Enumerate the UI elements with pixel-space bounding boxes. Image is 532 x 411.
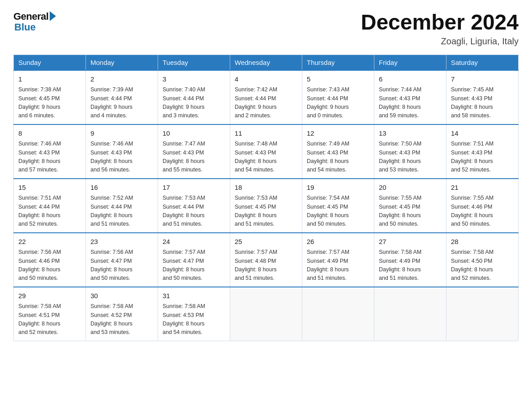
day-number: 25 (235, 237, 297, 247)
day-number: 7 (451, 74, 514, 85)
calendar-day-cell: 2Sunrise: 7:39 AMSunset: 4:44 PMDaylight… (86, 70, 158, 124)
day-info: Sunrise: 7:57 AMSunset: 4:49 PMDaylight:… (307, 248, 369, 283)
day-info: Sunrise: 7:44 AMSunset: 4:43 PMDaylight:… (379, 86, 442, 120)
day-info: Sunrise: 7:38 AMSunset: 4:45 PMDaylight:… (18, 86, 81, 120)
title-section: December 2024 Zoagli, Liguria, Italy (361, 11, 519, 47)
day-number: 4 (235, 74, 297, 85)
day-number: 11 (235, 128, 297, 139)
location-subtitle: Zoagli, Liguria, Italy (361, 36, 519, 47)
day-number: 10 (163, 128, 225, 139)
calendar-day-cell: 15Sunrise: 7:51 AMSunset: 4:44 PMDayligh… (14, 179, 86, 233)
calendar-day-cell: 16Sunrise: 7:52 AMSunset: 4:44 PMDayligh… (86, 179, 158, 233)
calendar-day-cell: 8Sunrise: 7:46 AMSunset: 4:43 PMDaylight… (14, 124, 86, 179)
day-info: Sunrise: 7:56 AMSunset: 4:46 PMDaylight:… (18, 248, 81, 283)
calendar-day-cell: 12Sunrise: 7:49 AMSunset: 4:43 PMDayligh… (302, 124, 374, 179)
day-info: Sunrise: 7:52 AMSunset: 4:44 PMDaylight:… (90, 194, 153, 229)
day-number: 17 (163, 183, 225, 193)
logo-general-text: General (13, 11, 48, 22)
calendar-day-cell: 11Sunrise: 7:48 AMSunset: 4:43 PMDayligh… (230, 124, 302, 179)
logo: General Blue (13, 11, 56, 33)
day-info: Sunrise: 7:50 AMSunset: 4:43 PMDaylight:… (379, 140, 442, 175)
day-info: Sunrise: 7:54 AMSunset: 4:45 PMDaylight:… (307, 194, 369, 229)
calendar-day-cell: 20Sunrise: 7:55 AMSunset: 4:45 PMDayligh… (374, 179, 446, 233)
calendar-day-cell: 25Sunrise: 7:57 AMSunset: 4:48 PMDayligh… (230, 233, 302, 287)
main-title: December 2024 (361, 11, 519, 34)
calendar-day-cell: 26Sunrise: 7:57 AMSunset: 4:49 PMDayligh… (302, 233, 374, 287)
weekday-header-wednesday: Wednesday (230, 55, 302, 70)
calendar-day-cell: 24Sunrise: 7:57 AMSunset: 4:47 PMDayligh… (158, 233, 230, 287)
day-number: 3 (163, 74, 225, 85)
calendar-week-row: 1Sunrise: 7:38 AMSunset: 4:45 PMDaylight… (14, 70, 519, 124)
day-number: 12 (307, 128, 369, 139)
day-info: Sunrise: 7:55 AMSunset: 4:45 PMDaylight:… (379, 194, 442, 229)
day-info: Sunrise: 7:48 AMSunset: 4:43 PMDaylight:… (235, 140, 297, 175)
calendar-day-cell: 6Sunrise: 7:44 AMSunset: 4:43 PMDaylight… (374, 70, 446, 124)
day-info: Sunrise: 7:46 AMSunset: 4:43 PMDaylight:… (18, 140, 81, 175)
weekday-header-thursday: Thursday (302, 55, 374, 70)
day-number: 13 (379, 128, 442, 139)
calendar-day-cell: 21Sunrise: 7:55 AMSunset: 4:46 PMDayligh… (446, 179, 519, 233)
logo-arrow-icon (50, 11, 56, 21)
day-number: 16 (90, 183, 153, 193)
day-info: Sunrise: 7:49 AMSunset: 4:43 PMDaylight:… (307, 140, 369, 175)
day-info: Sunrise: 7:58 AMSunset: 4:51 PMDaylight:… (18, 302, 81, 337)
calendar-week-row: 29Sunrise: 7:58 AMSunset: 4:51 PMDayligh… (14, 287, 519, 341)
calendar-day-cell: 1Sunrise: 7:38 AMSunset: 4:45 PMDaylight… (14, 70, 86, 124)
day-number: 20 (379, 183, 442, 193)
day-number: 26 (307, 237, 369, 247)
day-info: Sunrise: 7:58 AMSunset: 4:53 PMDaylight:… (163, 302, 225, 337)
calendar-header: SundayMondayTuesdayWednesdayThursdayFrid… (14, 55, 519, 70)
calendar-day-cell (302, 287, 374, 341)
day-number: 30 (90, 291, 153, 301)
calendar-day-cell: 19Sunrise: 7:54 AMSunset: 4:45 PMDayligh… (302, 179, 374, 233)
day-info: Sunrise: 7:58 AMSunset: 4:50 PMDaylight:… (451, 248, 514, 283)
day-number: 31 (163, 291, 225, 301)
day-info: Sunrise: 7:46 AMSunset: 4:43 PMDaylight:… (90, 140, 153, 175)
calendar-day-cell: 3Sunrise: 7:40 AMSunset: 4:44 PMDaylight… (158, 70, 230, 124)
calendar-day-cell: 29Sunrise: 7:58 AMSunset: 4:51 PMDayligh… (14, 287, 86, 341)
day-number: 19 (307, 183, 369, 193)
day-number: 29 (18, 291, 81, 301)
day-number: 15 (18, 183, 81, 193)
day-number: 9 (90, 128, 153, 139)
day-info: Sunrise: 7:42 AMSunset: 4:44 PMDaylight:… (235, 86, 297, 120)
day-number: 27 (379, 237, 442, 247)
day-number: 6 (379, 74, 442, 85)
calendar-day-cell: 4Sunrise: 7:42 AMSunset: 4:44 PMDaylight… (230, 70, 302, 124)
logo-blue-text: Blue (14, 21, 36, 33)
day-info: Sunrise: 7:58 AMSunset: 4:52 PMDaylight:… (90, 302, 153, 337)
calendar-day-cell: 28Sunrise: 7:58 AMSunset: 4:50 PMDayligh… (446, 233, 519, 287)
calendar-day-cell (446, 287, 519, 341)
day-number: 8 (18, 128, 81, 139)
calendar-day-cell: 22Sunrise: 7:56 AMSunset: 4:46 PMDayligh… (14, 233, 86, 287)
day-number: 23 (90, 237, 153, 247)
calendar-day-cell: 5Sunrise: 7:43 AMSunset: 4:44 PMDaylight… (302, 70, 374, 124)
calendar-day-cell: 10Sunrise: 7:47 AMSunset: 4:43 PMDayligh… (158, 124, 230, 179)
weekday-header-saturday: Saturday (446, 55, 519, 70)
calendar-day-cell: 18Sunrise: 7:53 AMSunset: 4:45 PMDayligh… (230, 179, 302, 233)
day-info: Sunrise: 7:53 AMSunset: 4:44 PMDaylight:… (163, 194, 225, 229)
weekday-header-friday: Friday (374, 55, 446, 70)
day-number: 5 (307, 74, 369, 85)
day-info: Sunrise: 7:43 AMSunset: 4:44 PMDaylight:… (307, 86, 369, 120)
weekday-header-tuesday: Tuesday (158, 55, 230, 70)
calendar-table: SundayMondayTuesdayWednesdayThursdayFrid… (13, 55, 519, 341)
calendar-week-row: 22Sunrise: 7:56 AMSunset: 4:46 PMDayligh… (14, 233, 519, 287)
calendar-day-cell: 17Sunrise: 7:53 AMSunset: 4:44 PMDayligh… (158, 179, 230, 233)
day-info: Sunrise: 7:57 AMSunset: 4:48 PMDaylight:… (235, 248, 297, 283)
day-info: Sunrise: 7:57 AMSunset: 4:47 PMDaylight:… (163, 248, 225, 283)
day-number: 22 (18, 237, 81, 247)
day-info: Sunrise: 7:51 AMSunset: 4:44 PMDaylight:… (18, 194, 81, 229)
weekday-header-sunday: Sunday (14, 55, 86, 70)
day-number: 28 (451, 237, 514, 247)
weekday-header-monday: Monday (86, 55, 158, 70)
calendar-week-row: 15Sunrise: 7:51 AMSunset: 4:44 PMDayligh… (14, 179, 519, 233)
day-info: Sunrise: 7:39 AMSunset: 4:44 PMDaylight:… (90, 86, 153, 120)
weekday-header-row: SundayMondayTuesdayWednesdayThursdayFrid… (14, 55, 519, 70)
day-info: Sunrise: 7:55 AMSunset: 4:46 PMDaylight:… (451, 194, 514, 229)
calendar-day-cell (230, 287, 302, 341)
day-info: Sunrise: 7:45 AMSunset: 4:43 PMDaylight:… (451, 86, 514, 120)
calendar-day-cell: 27Sunrise: 7:58 AMSunset: 4:49 PMDayligh… (374, 233, 446, 287)
calendar-day-cell: 23Sunrise: 7:56 AMSunset: 4:47 PMDayligh… (86, 233, 158, 287)
calendar-day-cell: 13Sunrise: 7:50 AMSunset: 4:43 PMDayligh… (374, 124, 446, 179)
